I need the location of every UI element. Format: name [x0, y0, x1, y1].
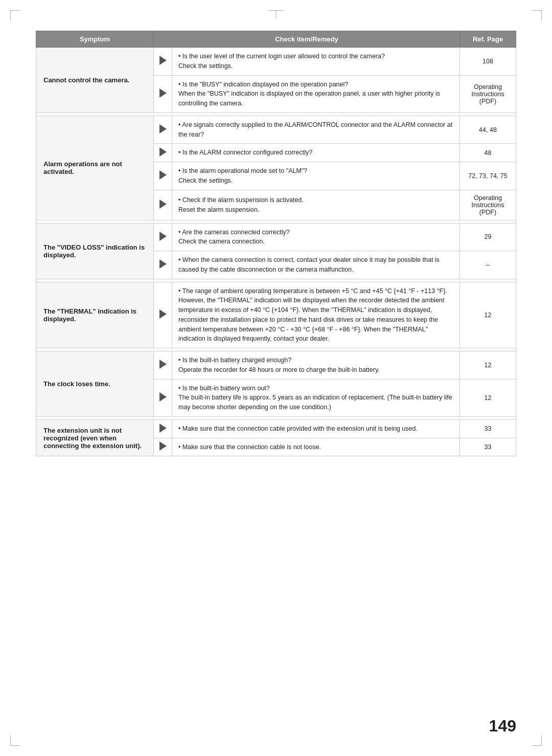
check-cell: • Is the built-in battery charged enough… [172, 351, 460, 380]
symptom-cell: The extension unit is not recognized (ev… [36, 419, 154, 456]
check-cell: • Make sure that the connection cable pr… [172, 419, 460, 438]
arrow-icon [159, 441, 167, 451]
ref-cell: 29 [460, 223, 516, 251]
arrow-cell [154, 116, 172, 144]
ref-cell: 33 [460, 419, 516, 438]
arrow-icon [159, 170, 167, 180]
check-cell: • Is the alarm operational mode set to "… [172, 162, 460, 190]
table-row: Alarm operations are not activated.• Are… [36, 116, 516, 144]
ref-cell: 72, 73, 74, 75 [460, 162, 516, 190]
arrow-cell [154, 75, 172, 113]
page-number: 149 [489, 717, 516, 736]
check-cell: • The range of ambient operating tempera… [172, 282, 460, 348]
arrow-icon [159, 309, 167, 319]
page-container: Symptom Check item/Remedy Ref. Page Cann… [0, 0, 552, 756]
arrow-cell [154, 379, 172, 416]
arrow-cell [154, 162, 172, 190]
check-cell: • Are signals correctly supplied to the … [172, 116, 460, 144]
arrow-cell [154, 190, 172, 220]
arrow-icon [159, 259, 167, 269]
arrow-cell [154, 251, 172, 279]
check-cell: • Is the built-in battery worn out?The b… [172, 379, 460, 416]
check-cell: • Is the "BUSY" indication displayed on … [172, 75, 460, 113]
arrow-cell [154, 438, 172, 456]
corner-mark-tr [532, 10, 542, 20]
ref-cell: OperatingInstructions(PDF) [460, 75, 516, 113]
header-check: Check item/Remedy [154, 31, 460, 48]
table-row: The clock loses time.• Is the built-in b… [36, 351, 516, 380]
ref-cell: 12 [460, 351, 516, 380]
table-row: The "VIDEO LOSS" indication is displayed… [36, 223, 516, 251]
ref-cell: 12 [460, 282, 516, 348]
symptom-cell: Alarm operations are not activated. [36, 116, 154, 220]
symptom-cell: The clock loses time. [36, 351, 154, 417]
arrow-icon [159, 147, 167, 157]
ref-cell: OperatingInstructions(PDF) [460, 190, 516, 220]
ref-cell: 12 [460, 379, 516, 416]
arrow-icon [159, 88, 167, 98]
ref-cell: – [460, 251, 516, 279]
corner-mark-bl [10, 736, 20, 746]
ref-cell: 48 [460, 144, 516, 162]
table-row: The "THERMAL" indication is displayed.• … [36, 282, 516, 348]
corner-mark-br [532, 736, 542, 746]
arrow-icon [159, 56, 167, 65]
check-cell: • Is the ALARM connector configured corr… [172, 144, 460, 162]
arrow-icon [159, 392, 167, 402]
check-cell: • When the camera connection is correct,… [172, 251, 460, 279]
main-table: Symptom Check item/Remedy Ref. Page Cann… [36, 31, 516, 456]
check-cell: • Make sure that the connection cable is… [172, 438, 460, 456]
arrow-icon [159, 424, 167, 433]
check-cell: • Are the cameras connected correctly?Ch… [172, 223, 460, 251]
top-mark-v [276, 10, 277, 18]
header-ref: Ref. Page [460, 31, 516, 48]
ref-cell: 33 [460, 438, 516, 456]
arrow-cell [154, 351, 172, 380]
arrow-cell [154, 144, 172, 162]
check-cell: • Is the user level of the current login… [172, 48, 460, 76]
arrow-icon [159, 199, 167, 209]
header-symptom: Symptom [36, 31, 154, 48]
corner-mark-tl [10, 10, 20, 20]
table-row: Cannot control the camera.• Is the user … [36, 48, 516, 76]
arrow-icon [159, 232, 167, 241]
arrow-icon [159, 124, 167, 134]
arrow-cell [154, 223, 172, 251]
arrow-cell [154, 48, 172, 76]
table-header-row: Symptom Check item/Remedy Ref. Page [36, 31, 516, 48]
check-cell: • Check if the alarm suspension is activ… [172, 190, 460, 220]
symptom-cell: The "VIDEO LOSS" indication is displayed… [36, 223, 154, 279]
arrow-cell [154, 419, 172, 438]
ref-cell: 44, 48 [460, 116, 516, 144]
symptom-cell: The "THERMAL" indication is displayed. [36, 282, 154, 348]
arrow-cell [154, 282, 172, 348]
ref-cell: 108 [460, 48, 516, 76]
symptom-cell: Cannot control the camera. [36, 48, 154, 113]
table-row: The extension unit is not recognized (ev… [36, 419, 516, 438]
arrow-icon [159, 360, 167, 369]
